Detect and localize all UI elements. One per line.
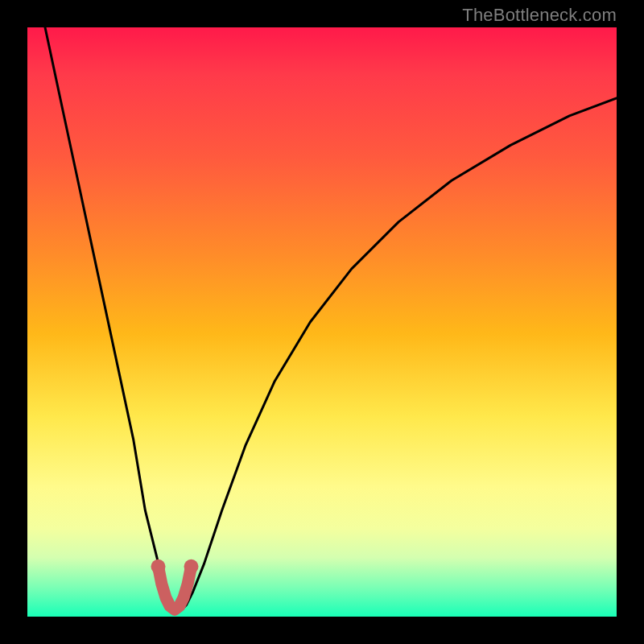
chart-gradient-plot [27,27,617,617]
svg-point-1 [184,559,199,574]
watermark-text: TheBottleneck.com [462,5,617,26]
chart-overlay-svg [27,27,617,617]
bottleneck-curve [45,27,617,611]
trough-markers [151,559,199,609]
svg-point-0 [151,559,166,574]
chart-frame: TheBottleneck.com [0,0,644,644]
